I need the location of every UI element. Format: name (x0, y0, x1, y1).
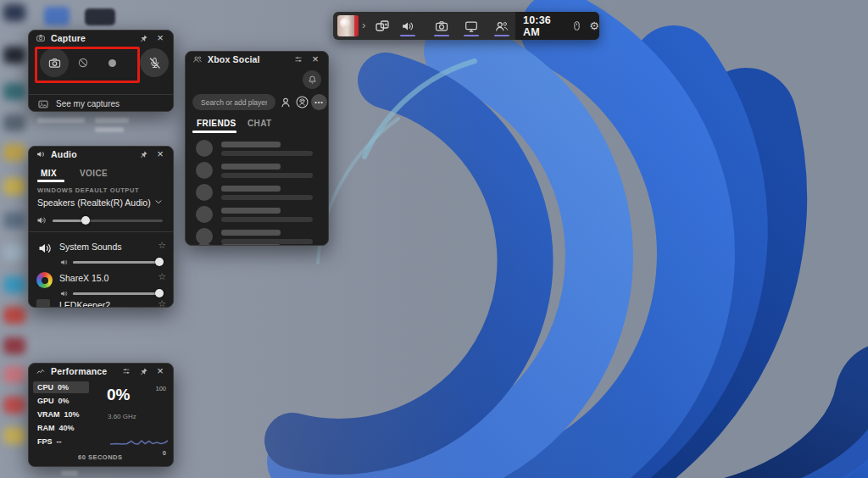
gamebar-system-section: 10:36 AM ⚙ (515, 12, 599, 40)
social-widget-toggle[interactable] (487, 12, 517, 40)
desktop-icon-label (37, 118, 85, 123)
record-last-button[interactable] (69, 48, 97, 77)
desktop-icon-blob[interactable] (3, 337, 25, 354)
mouse-passthrough-button[interactable] (570, 19, 583, 32)
stat-value: 10% (64, 410, 80, 419)
friend-list-item[interactable] (186, 182, 328, 203)
chevron-right-icon[interactable]: › (362, 19, 365, 32)
tab-voice[interactable]: VOICE (80, 169, 108, 178)
active-indicator (434, 35, 449, 36)
desktop-icon-blob[interactable] (3, 83, 25, 100)
active-indicator (400, 35, 415, 36)
desktop-icon-blob[interactable] (3, 47, 25, 64)
tab-chat[interactable]: CHAT (248, 119, 272, 128)
looking-for-group-button[interactable] (294, 94, 310, 110)
tab-mix[interactable]: MIX (41, 169, 57, 178)
app-volume-slider[interactable] (73, 257, 163, 267)
graph-axis-min: 0 (163, 449, 166, 457)
desktop-icon-blob[interactable] (3, 244, 25, 261)
graph-x-label: 60 SECONDS (78, 453, 123, 461)
tab-friends[interactable]: FRIENDS (197, 119, 236, 128)
desktop-icon-blob[interactable] (3, 144, 25, 161)
desktop-icon-blob[interactable] (3, 307, 25, 324)
slider-thumb[interactable] (81, 216, 90, 225)
pin-icon[interactable] (137, 32, 149, 44)
more-options-button[interactable]: ••• (311, 94, 327, 110)
record-dot-icon (108, 59, 116, 67)
pin-icon[interactable] (137, 148, 149, 160)
stat-row-vram[interactable]: VRAM 10% (33, 409, 89, 420)
avatar (196, 242, 213, 246)
capture-widget-toggle[interactable] (426, 12, 457, 40)
stat-row-cpu[interactable]: CPU 0% (33, 381, 89, 393)
stat-label: GPU (37, 397, 54, 405)
app-volume-slider[interactable] (73, 288, 163, 298)
options-icon[interactable] (292, 53, 304, 65)
see-my-captures-label: See my captures (56, 99, 120, 108)
star-icon[interactable]: ☆ (158, 271, 166, 282)
stat-row-fps[interactable]: FPS -- (33, 436, 89, 447)
xbox-social-widget: Xbox Social × ••• FRIENDS CHAT (185, 51, 329, 246)
active-indicator (494, 35, 509, 36)
friend-list-item[interactable] (186, 241, 328, 246)
start-recording-button[interactable] (97, 48, 126, 77)
social-widget-title: Xbox Social (208, 54, 260, 64)
widgets-menu-button[interactable] (374, 18, 391, 35)
close-icon[interactable]: × (154, 365, 166, 377)
star-icon[interactable]: ☆ (158, 240, 166, 251)
performance-widget-title: Performance (51, 366, 107, 376)
stat-label: RAM (37, 424, 55, 432)
desktop-icon-blob[interactable] (3, 397, 25, 414)
desktop-icon-blob[interactable] (3, 276, 25, 293)
app-name: ShareX 15.0 (59, 273, 108, 283)
audio-widget-toggle[interactable] (392, 12, 423, 40)
close-icon[interactable]: × (154, 32, 166, 44)
desktop-icon-blob[interactable] (3, 427, 25, 444)
desktop-icon-blob[interactable] (3, 212, 25, 229)
desktop-icon-thumbnail[interactable] (85, 8, 115, 25)
friend-list-item[interactable] (186, 138, 328, 159)
active-tab-underline (37, 180, 64, 182)
pin-icon[interactable] (137, 365, 149, 377)
stat-value: 40% (59, 424, 75, 432)
see-my-captures-button[interactable]: See my captures (29, 94, 173, 112)
stat-label: VRAM (37, 410, 60, 419)
stat-row-gpu[interactable]: GPU 0% (33, 395, 89, 407)
desktop-icon-label (95, 118, 129, 123)
screen: › 10:36 AM ⚙ Capture (0, 0, 868, 478)
divider (29, 231, 173, 232)
performance-widget-toggle[interactable] (456, 12, 487, 40)
audio-widget-header: Audio × (29, 147, 173, 162)
mic-toggle-button[interactable] (140, 48, 169, 77)
master-volume-slider[interactable] (53, 215, 163, 225)
slider-thumb[interactable] (155, 289, 164, 297)
desktop-icon-blob[interactable] (3, 114, 25, 131)
star-icon[interactable]: ☆ (158, 298, 166, 308)
stat-row-ram[interactable]: RAM 40% (33, 422, 89, 434)
close-icon[interactable]: × (154, 148, 166, 160)
user-avatar[interactable] (337, 15, 359, 36)
sharex-app-icon (36, 272, 53, 288)
friend-list-item[interactable] (186, 160, 328, 181)
desktop-icon-blob[interactable] (44, 7, 70, 25)
desktop-icon-blob[interactable] (3, 366, 25, 383)
stat-label: CPU (37, 383, 53, 392)
output-device-select[interactable]: Speakers (Realtek(R) Audio) (37, 197, 151, 208)
chevron-down-icon[interactable] (153, 196, 164, 208)
options-icon[interactable] (120, 365, 132, 377)
active-indicator (464, 35, 479, 36)
avatar (196, 206, 213, 223)
friend-list-item[interactable] (186, 204, 328, 225)
desktop-icon-blob[interactable] (3, 178, 25, 195)
social-widget-header: Xbox Social × (186, 52, 328, 67)
notifications-button[interactable] (303, 70, 321, 89)
gear-icon[interactable]: ⚙ (589, 20, 599, 31)
search-input[interactable] (192, 94, 275, 110)
performance-widget-header: Performance × (29, 364, 173, 379)
add-friend-button[interactable] (277, 94, 293, 110)
slider-thumb[interactable] (155, 258, 164, 266)
desktop-icon-blob[interactable] (3, 4, 25, 21)
close-icon[interactable]: × (309, 53, 321, 65)
screenshot-button[interactable] (40, 48, 69, 77)
stat-label: FPS (37, 437, 53, 446)
